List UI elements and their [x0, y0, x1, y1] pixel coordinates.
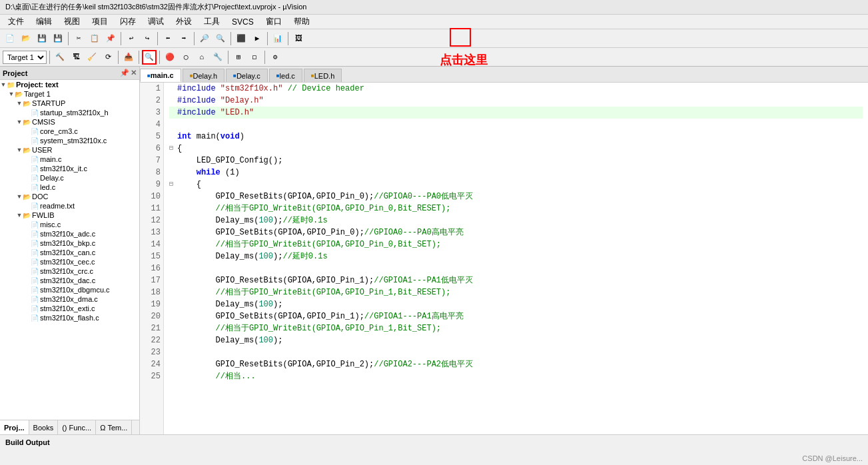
collapse-icon[interactable]: ▼: [16, 212, 23, 219]
tree-item[interactable]: 📄readme.txt: [0, 201, 139, 211]
tree-item[interactable]: 📄stm32f10x_flash.c: [0, 313, 139, 322]
tree-item[interactable]: 📄stm32f10x_can.c: [0, 248, 139, 257]
preview-btn[interactable]: 🖼: [291, 31, 306, 46]
file-tab-LED.h[interactable]: ■ LED.h: [304, 69, 342, 82]
pin-icon[interactable]: 📌: [120, 69, 129, 77]
menu-item-工具[interactable]: 工具: [199, 15, 225, 29]
tree-item[interactable]: 📄misc.c: [0, 220, 139, 229]
code-line[interactable]: GPIO_SetBits(GPIOA,GPIO_Pin_0);//GPIOA0-…: [169, 227, 863, 238]
code-line[interactable]: Delay_ms(100);: [169, 298, 863, 310]
collapse-icon[interactable]: ▼: [16, 119, 23, 125]
menu-item-视图[interactable]: 视图: [59, 15, 85, 29]
menu-item-项目[interactable]: 项目: [87, 15, 113, 29]
save-all-btn[interactable]: 💾: [51, 31, 65, 46]
menu-item-窗口[interactable]: 窗口: [260, 15, 287, 29]
new-file-btn[interactable]: 📄: [3, 31, 17, 46]
code-line[interactable]: [169, 346, 863, 358]
collapse-icon[interactable]: ▼: [8, 91, 15, 97]
code-line[interactable]: GPIO_ResetBits(GPIOA,GPIO_Pin_1);//GPIOA…: [169, 274, 863, 286]
tree-item[interactable]: 📄stm32f10x_dma.c: [0, 294, 139, 304]
code-content[interactable]: #include "stm32f10x.h" // Device header …: [164, 83, 868, 434]
nav-back-btn[interactable]: ⬅: [161, 31, 175, 46]
clear-btn[interactable]: ◻: [247, 50, 262, 65]
build-btn[interactable]: 🔨: [53, 50, 67, 65]
collapse-icon[interactable]: ▼: [16, 193, 23, 200]
code-line[interactable]: Delay_ms(100);: [169, 334, 863, 346]
tree-item[interactable]: ▼📂CMSIS: [0, 117, 139, 127]
code-line[interactable]: Delay_ms(100);//延时0.1s: [169, 250, 863, 262]
tree-item[interactable]: 📄stm32f10x_cec.c: [0, 257, 139, 266]
tree-item[interactable]: 📄stm32f10x_crc.c: [0, 266, 139, 276]
code-line[interactable]: //相当于GPIO_WriteBit(GPIOA,GPIO_Pin_0,Bit_…: [169, 203, 863, 215]
code-line[interactable]: [169, 262, 863, 274]
tree-item[interactable]: 📄stm32f10x_dac.c: [0, 276, 139, 285]
tree-item[interactable]: ▼📂DOC: [0, 192, 139, 201]
project-tab-0[interactable]: Proj...: [0, 420, 29, 434]
comment-btn[interactable]: ▶: [250, 31, 264, 46]
tree-item[interactable]: ▼📂STARTUP: [0, 99, 139, 108]
project-tab-1[interactable]: Books: [29, 420, 59, 434]
tree-item[interactable]: ▼📂Target 1: [0, 89, 139, 99]
menu-item-文件[interactable]: 文件: [3, 15, 29, 29]
find-btn[interactable]: 🔎: [197, 31, 212, 46]
fold-indicator[interactable]: ⊟: [169, 143, 177, 155]
code-line[interactable]: LED_GPIO_Config();: [169, 155, 863, 167]
tree-item[interactable]: ▼📁Project: text: [0, 80, 139, 89]
find-in-files-btn[interactable]: 🔍: [213, 31, 228, 46]
tree-item[interactable]: 📄Delay.c: [0, 173, 139, 183]
fold-indicator[interactable]: ⊟: [169, 179, 177, 191]
save-btn[interactable]: 💾: [35, 31, 49, 46]
debug-run-btn[interactable]: ◯: [179, 50, 193, 65]
code-line[interactable]: #include "stm32f10x.h" // Device header: [169, 83, 863, 95]
tree-item[interactable]: 📄stm32f10x_dbgmcu.c: [0, 285, 139, 294]
tree-item[interactable]: ▼📂USER: [0, 145, 139, 155]
code-line[interactable]: GPIO_ResetBits(GPIOA,GPIO_Pin_0);//GPIOA…: [169, 191, 863, 203]
target-select[interactable]: Target 1: [3, 51, 47, 64]
tree-item[interactable]: 📄main.c: [0, 155, 139, 164]
debug-settings-btn[interactable]: 🔧: [211, 50, 225, 65]
redo-btn[interactable]: ↪: [140, 31, 155, 46]
tree-item[interactable]: 📄system_stm32f10x.c: [0, 136, 139, 145]
file-tab-main.c[interactable]: ■ main.c: [140, 69, 181, 82]
code-line[interactable]: Delay_ms(100);//延时0.1s: [169, 215, 863, 227]
code-line[interactable]: ⊟{: [169, 143, 863, 155]
rebuild-btn[interactable]: 🏗: [69, 50, 83, 65]
code-line[interactable]: [169, 119, 863, 131]
batch-build-btn[interactable]: ⟳: [101, 50, 115, 65]
code-line[interactable]: #include "Delay.h": [169, 95, 863, 107]
tree-item[interactable]: 📄stm32f10x_adc.c: [0, 229, 139, 238]
code-line[interactable]: //相当...: [169, 370, 863, 382]
code-line[interactable]: GPIO_SetBits(GPIOA,GPIO_Pin_1);//GPIOA1-…: [169, 310, 863, 322]
tree-item[interactable]: 📄stm32f10x_it.c: [0, 164, 139, 173]
window-btn[interactable]: ⊞: [231, 50, 246, 65]
code-line[interactable]: //相当于GPIO_WriteBit(GPIOA,GPIO_Pin_1,Bit_…: [169, 286, 863, 298]
code-line[interactable]: GPIO_ResetBits(GPIOA,GPIO_Pin_2);//GPIOA…: [169, 358, 863, 370]
gear-btn[interactable]: ⚙: [268, 50, 282, 65]
tree-item[interactable]: 📄core_cm3.c: [0, 127, 139, 136]
close-icon[interactable]: ✕: [131, 69, 137, 77]
file-tab-led.c[interactable]: ■ led.c: [269, 69, 302, 82]
open-btn[interactable]: 📂: [19, 31, 33, 46]
magnifier-btn[interactable]: 🔍: [142, 50, 157, 65]
tree-item[interactable]: 📄stm32f10x_exti.c: [0, 304, 139, 313]
tree-item[interactable]: 📄startup_stm32f10x_h: [0, 108, 139, 117]
menu-item-SVCS[interactable]: SVCS: [226, 16, 259, 28]
file-tab-Delay.h[interactable]: ■ Delay.h: [183, 69, 224, 82]
copy-btn[interactable]: 📋: [87, 31, 102, 46]
project-tab-2[interactable]: () Func...: [58, 420, 96, 434]
tree-item[interactable]: 📄led.c: [0, 183, 139, 192]
code-line[interactable]: ⊟ {: [169, 179, 863, 191]
clean-btn[interactable]: 🧹: [85, 50, 99, 65]
debug-stop-btn[interactable]: 🔴: [163, 50, 177, 65]
code-line[interactable]: while (1): [169, 167, 863, 179]
nav-fwd-btn[interactable]: ➡: [177, 31, 191, 46]
debug-home-btn[interactable]: ⌂: [195, 50, 209, 65]
cut-btn[interactable]: ✂️: [71, 31, 86, 46]
menu-item-闪存[interactable]: 闪存: [115, 15, 141, 29]
tree-item[interactable]: 📄stm32f10x_bkp.c: [0, 238, 139, 248]
bookmark-btn[interactable]: 📊: [270, 31, 285, 46]
tree-item[interactable]: ▼📂FWLIB: [0, 211, 139, 220]
download-btn[interactable]: 📥: [121, 50, 136, 65]
indent-btn[interactable]: ⬛: [234, 31, 248, 46]
code-line[interactable]: int main(void): [169, 131, 863, 143]
